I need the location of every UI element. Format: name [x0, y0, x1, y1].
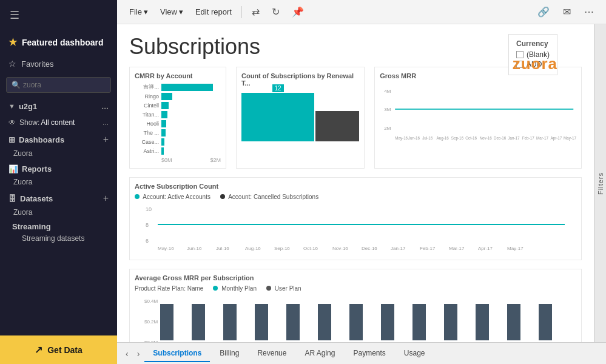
workspace-header[interactable]: ▼ u2g1 ... [8, 101, 109, 111]
search-box[interactable]: 🔍 [6, 77, 111, 93]
toolbar: File ▾ View ▾ Edit report ⇄ ↻ 📌 🔗 ✉ ⋯ [117, 0, 606, 24]
get-data-button[interactable]: ↗ Get Data [0, 335, 117, 364]
cmrr-bar [161, 129, 166, 136]
avg-bar-3 [223, 304, 237, 340]
edit-report-label: Edit report [195, 7, 232, 16]
subs-bar-group-2 [315, 111, 359, 141]
more-options-button[interactable]: ⋯ [579, 4, 599, 20]
avg-gross-svg: $0.4M $0.2M $0.0M [135, 295, 576, 342]
featured-dashboard-label: Featured dashboard [22, 38, 104, 47]
reports-label: Reports [22, 164, 52, 174]
favorites-label: Favorites [21, 59, 53, 69]
cmrr-bars: 吉祥... Ringo Cintell Titan... Hooli The .… [135, 83, 221, 155]
svg-text:10: 10 [146, 206, 152, 212]
cmrr-bar-row: 吉祥... [135, 83, 221, 91]
active-sub-chart: Active Subscription Count Account: Activ… [129, 177, 582, 260]
cmrr-chart: CMRR by Account 吉祥... Ringo Cintell Tita… [129, 67, 226, 169]
svg-text:Apr-17: Apr-17 [551, 136, 562, 141]
pin-icon-button[interactable]: 📌 [287, 4, 309, 20]
report-item-zuora[interactable]: Zuora [0, 176, 117, 188]
workspace-section: ▼ u2g1 ... [0, 96, 117, 116]
mrr-y4m: 4M [384, 89, 391, 94]
tab-subscriptions[interactable]: Subscriptions [144, 345, 210, 362]
file-menu-button[interactable]: File ▾ [124, 5, 153, 19]
tab-billing[interactable]: Billing [211, 345, 247, 362]
datasets-section-header: 🗄 Datasets + [0, 188, 117, 206]
cmrr-account-label: Ringo [135, 93, 159, 99]
reports-toggle[interactable]: 📊 Reports [8, 164, 52, 174]
tab-ar-aging[interactable]: AR Aging [296, 345, 343, 362]
workspace-dots-menu[interactable]: ... [101, 101, 109, 111]
subs-bar-grey [315, 111, 359, 141]
add-dataset-button[interactable]: + [103, 193, 109, 204]
sidebar-item-featured[interactable]: ★ Featured dashboard [0, 30, 117, 54]
monthly-dot [213, 286, 218, 291]
svg-text:Jul-16: Jul-16 [422, 136, 433, 140]
tab-usage[interactable]: Usage [396, 345, 434, 362]
subs-renewal-chart: Count of Subscriptions by Renewal T... 1… [236, 67, 365, 169]
tab-prev-button[interactable]: ‹ [122, 346, 132, 361]
share-button[interactable]: 🔗 [533, 4, 554, 20]
mrr-y2m: 2M [384, 126, 391, 131]
avg-gross-legend: Product Rate Plan: Name Monthly Plan Use… [135, 285, 576, 292]
tab-revenue[interactable]: Revenue [249, 345, 295, 362]
svg-text:Oct-16: Oct-16 [465, 136, 477, 140]
dataset-item-zuora[interactable]: Zuora [0, 206, 117, 218]
cmrr-xaxis: $0M $2M [135, 157, 221, 163]
filters-label: Filters [597, 172, 604, 195]
top-charts-row: CMRR by Account 吉祥... Ringo Cintell Tita… [129, 67, 582, 169]
cmrr-account-label: Cintell [135, 103, 159, 109]
svg-text:Nov-16: Nov-16 [480, 136, 493, 140]
cmrr-bar [161, 93, 172, 100]
svg-text:Jan-17: Jan-17 [508, 136, 520, 140]
cmrr-bar [161, 120, 166, 127]
streaming-datasets-item[interactable]: Streaming datasets [8, 232, 109, 244]
cancelled-label: Account: Cancelled Subscriptions [228, 194, 318, 200]
svg-text:Jan-17: Jan-17 [391, 246, 406, 251]
svg-text:Feb-17: Feb-17 [522, 136, 534, 140]
svg-text:Sep-16: Sep-16 [274, 246, 290, 251]
avg-bar-5 [286, 304, 300, 340]
show-dots-menu[interactable]: ... [103, 118, 109, 127]
svg-text:Jul-16: Jul-16 [216, 246, 229, 251]
active-sub-title: Active Subscription Count [135, 183, 576, 190]
svg-text:Jun-16: Jun-16 [187, 246, 202, 251]
sidebar: ☰ ★ Featured dashboard ☆ Favorites 🔍 ▼ u… [0, 0, 117, 364]
email-button[interactable]: ✉ [558, 4, 576, 20]
cmrr-account-label: 吉祥... [135, 83, 159, 91]
show-row[interactable]: 👁 Show: All content ... [0, 116, 117, 129]
search-input[interactable] [23, 81, 106, 89]
view-chevron-icon: ▾ [179, 7, 183, 16]
subs-bar-group-1: 12 [241, 84, 314, 141]
report-canvas: Subscriptions Currency (Blank) AUD zuora [117, 24, 594, 342]
share-icon-button[interactable]: ⇄ [247, 4, 264, 20]
cmrr-account-label: Astri... [135, 148, 159, 154]
active-sub-svg: 10 8 6 May-16 Jun-16 Jul-16 Aug-16 Sep-1… [135, 204, 576, 252]
legend-active: Account: Active Accounts [135, 194, 210, 200]
svg-text:Dec-16: Dec-16 [494, 136, 507, 140]
avg-bar-12 [507, 304, 520, 340]
legend-user: User Plan [266, 285, 301, 292]
avg-bar-7 [349, 304, 363, 340]
datasets-label: Datasets [20, 194, 53, 203]
cmrr-x0: $0M [161, 157, 172, 163]
streaming-section: Streaming Streaming datasets [0, 218, 117, 246]
sidebar-item-favorites[interactable]: ☆ Favorites [0, 54, 117, 73]
dashboard-item-zuora[interactable]: Zuora [0, 147, 117, 160]
hamburger-icon[interactable]: ☰ [0, 0, 117, 30]
cmrr-bar-row: The ... [135, 129, 221, 136]
search-icon: 🔍 [12, 81, 21, 89]
add-dashboard-button[interactable]: + [103, 134, 109, 145]
cmrr-bar [161, 111, 167, 118]
view-menu-button[interactable]: View ▾ [155, 5, 188, 19]
edit-report-button[interactable]: Edit report [190, 5, 237, 19]
datasets-toggle[interactable]: 🗄 Datasets [8, 194, 53, 203]
tab-payments[interactable]: Payments [345, 345, 394, 362]
svg-text:Dec-16: Dec-16 [362, 246, 377, 251]
toolbar-divider-1 [241, 6, 242, 18]
refresh-icon-button[interactable]: ↻ [267, 4, 284, 20]
streaming-label: Streaming [8, 222, 109, 231]
filters-panel[interactable]: Filters [594, 24, 606, 342]
tab-next-button[interactable]: › [133, 346, 144, 361]
dashboards-toggle[interactable]: ⊞ Dashboards [8, 135, 64, 144]
